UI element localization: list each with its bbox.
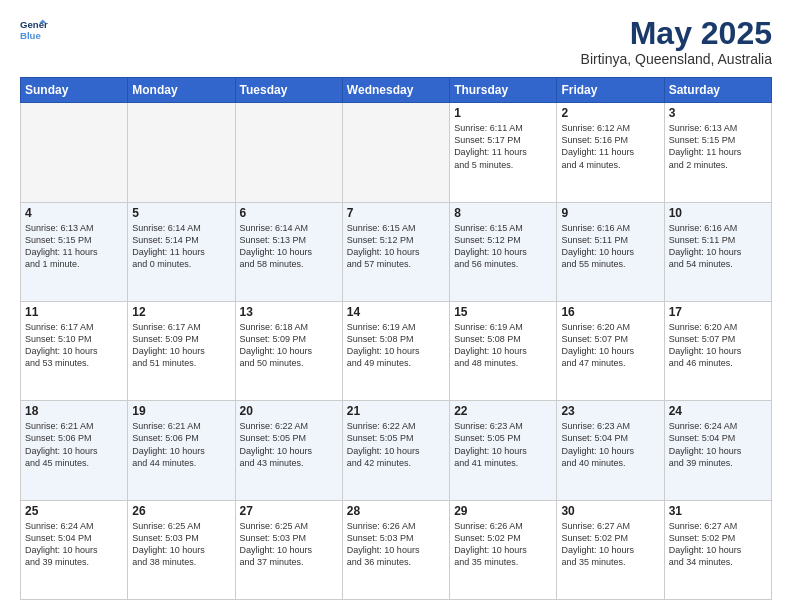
day-number: 21 xyxy=(347,404,445,418)
day-info: Sunrise: 6:27 AM Sunset: 5:02 PM Dayligh… xyxy=(561,520,659,569)
calendar-cell: 15Sunrise: 6:19 AM Sunset: 5:08 PM Dayli… xyxy=(450,301,557,400)
calendar-header-row: SundayMondayTuesdayWednesdayThursdayFrid… xyxy=(21,78,772,103)
weekday-header: Wednesday xyxy=(342,78,449,103)
day-number: 30 xyxy=(561,504,659,518)
day-info: Sunrise: 6:24 AM Sunset: 5:04 PM Dayligh… xyxy=(669,420,767,469)
calendar-cell: 2Sunrise: 6:12 AM Sunset: 5:16 PM Daylig… xyxy=(557,103,664,202)
calendar-cell xyxy=(342,103,449,202)
day-info: Sunrise: 6:22 AM Sunset: 5:05 PM Dayligh… xyxy=(240,420,338,469)
calendar-cell: 8Sunrise: 6:15 AM Sunset: 5:12 PM Daylig… xyxy=(450,202,557,301)
calendar-week-row: 18Sunrise: 6:21 AM Sunset: 5:06 PM Dayli… xyxy=(21,401,772,500)
calendar-cell: 10Sunrise: 6:16 AM Sunset: 5:11 PM Dayli… xyxy=(664,202,771,301)
weekday-header: Sunday xyxy=(21,78,128,103)
weekday-header: Friday xyxy=(557,78,664,103)
day-info: Sunrise: 6:21 AM Sunset: 5:06 PM Dayligh… xyxy=(25,420,123,469)
day-number: 9 xyxy=(561,206,659,220)
day-info: Sunrise: 6:25 AM Sunset: 5:03 PM Dayligh… xyxy=(132,520,230,569)
day-info: Sunrise: 6:19 AM Sunset: 5:08 PM Dayligh… xyxy=(347,321,445,370)
calendar-week-row: 25Sunrise: 6:24 AM Sunset: 5:04 PM Dayli… xyxy=(21,500,772,599)
day-number: 28 xyxy=(347,504,445,518)
day-info: Sunrise: 6:11 AM Sunset: 5:17 PM Dayligh… xyxy=(454,122,552,171)
weekday-header: Saturday xyxy=(664,78,771,103)
day-number: 27 xyxy=(240,504,338,518)
calendar-cell: 18Sunrise: 6:21 AM Sunset: 5:06 PM Dayli… xyxy=(21,401,128,500)
day-number: 22 xyxy=(454,404,552,418)
day-number: 17 xyxy=(669,305,767,319)
day-number: 10 xyxy=(669,206,767,220)
day-info: Sunrise: 6:17 AM Sunset: 5:10 PM Dayligh… xyxy=(25,321,123,370)
calendar-cell: 30Sunrise: 6:27 AM Sunset: 5:02 PM Dayli… xyxy=(557,500,664,599)
calendar-table: SundayMondayTuesdayWednesdayThursdayFrid… xyxy=(20,77,772,600)
day-info: Sunrise: 6:18 AM Sunset: 5:09 PM Dayligh… xyxy=(240,321,338,370)
calendar-cell: 20Sunrise: 6:22 AM Sunset: 5:05 PM Dayli… xyxy=(235,401,342,500)
calendar-page: General Blue May 2025 Birtinya, Queensla… xyxy=(0,0,792,612)
weekday-header: Thursday xyxy=(450,78,557,103)
logo-icon: General Blue xyxy=(20,16,48,44)
calendar-cell: 11Sunrise: 6:17 AM Sunset: 5:10 PM Dayli… xyxy=(21,301,128,400)
calendar-week-row: 4Sunrise: 6:13 AM Sunset: 5:15 PM Daylig… xyxy=(21,202,772,301)
day-info: Sunrise: 6:23 AM Sunset: 5:04 PM Dayligh… xyxy=(561,420,659,469)
day-info: Sunrise: 6:20 AM Sunset: 5:07 PM Dayligh… xyxy=(561,321,659,370)
day-number: 4 xyxy=(25,206,123,220)
calendar-cell: 12Sunrise: 6:17 AM Sunset: 5:09 PM Dayli… xyxy=(128,301,235,400)
day-info: Sunrise: 6:13 AM Sunset: 5:15 PM Dayligh… xyxy=(669,122,767,171)
day-number: 15 xyxy=(454,305,552,319)
calendar-week-row: 11Sunrise: 6:17 AM Sunset: 5:10 PM Dayli… xyxy=(21,301,772,400)
logo: General Blue xyxy=(20,16,48,44)
day-number: 20 xyxy=(240,404,338,418)
calendar-cell xyxy=(235,103,342,202)
calendar-cell: 28Sunrise: 6:26 AM Sunset: 5:03 PM Dayli… xyxy=(342,500,449,599)
day-info: Sunrise: 6:26 AM Sunset: 5:02 PM Dayligh… xyxy=(454,520,552,569)
title-block: May 2025 Birtinya, Queensland, Australia xyxy=(581,16,772,67)
day-info: Sunrise: 6:19 AM Sunset: 5:08 PM Dayligh… xyxy=(454,321,552,370)
day-number: 25 xyxy=(25,504,123,518)
day-info: Sunrise: 6:14 AM Sunset: 5:14 PM Dayligh… xyxy=(132,222,230,271)
day-info: Sunrise: 6:16 AM Sunset: 5:11 PM Dayligh… xyxy=(561,222,659,271)
calendar-cell: 14Sunrise: 6:19 AM Sunset: 5:08 PM Dayli… xyxy=(342,301,449,400)
day-number: 5 xyxy=(132,206,230,220)
calendar-cell: 24Sunrise: 6:24 AM Sunset: 5:04 PM Dayli… xyxy=(664,401,771,500)
day-number: 6 xyxy=(240,206,338,220)
day-info: Sunrise: 6:16 AM Sunset: 5:11 PM Dayligh… xyxy=(669,222,767,271)
day-info: Sunrise: 6:13 AM Sunset: 5:15 PM Dayligh… xyxy=(25,222,123,271)
day-info: Sunrise: 6:15 AM Sunset: 5:12 PM Dayligh… xyxy=(347,222,445,271)
calendar-cell xyxy=(21,103,128,202)
calendar-cell: 5Sunrise: 6:14 AM Sunset: 5:14 PM Daylig… xyxy=(128,202,235,301)
calendar-cell: 21Sunrise: 6:22 AM Sunset: 5:05 PM Dayli… xyxy=(342,401,449,500)
day-info: Sunrise: 6:15 AM Sunset: 5:12 PM Dayligh… xyxy=(454,222,552,271)
calendar-cell: 6Sunrise: 6:14 AM Sunset: 5:13 PM Daylig… xyxy=(235,202,342,301)
calendar-cell: 26Sunrise: 6:25 AM Sunset: 5:03 PM Dayli… xyxy=(128,500,235,599)
calendar-cell: 7Sunrise: 6:15 AM Sunset: 5:12 PM Daylig… xyxy=(342,202,449,301)
weekday-header: Monday xyxy=(128,78,235,103)
day-number: 11 xyxy=(25,305,123,319)
day-info: Sunrise: 6:26 AM Sunset: 5:03 PM Dayligh… xyxy=(347,520,445,569)
calendar-cell: 23Sunrise: 6:23 AM Sunset: 5:04 PM Dayli… xyxy=(557,401,664,500)
calendar-cell: 9Sunrise: 6:16 AM Sunset: 5:11 PM Daylig… xyxy=(557,202,664,301)
day-number: 31 xyxy=(669,504,767,518)
svg-text:Blue: Blue xyxy=(20,30,41,41)
day-number: 19 xyxy=(132,404,230,418)
month-title: May 2025 xyxy=(581,16,772,51)
day-number: 2 xyxy=(561,106,659,120)
day-number: 8 xyxy=(454,206,552,220)
calendar-cell: 27Sunrise: 6:25 AM Sunset: 5:03 PM Dayli… xyxy=(235,500,342,599)
calendar-cell: 29Sunrise: 6:26 AM Sunset: 5:02 PM Dayli… xyxy=(450,500,557,599)
day-info: Sunrise: 6:21 AM Sunset: 5:06 PM Dayligh… xyxy=(132,420,230,469)
day-number: 12 xyxy=(132,305,230,319)
calendar-cell: 22Sunrise: 6:23 AM Sunset: 5:05 PM Dayli… xyxy=(450,401,557,500)
calendar-cell: 19Sunrise: 6:21 AM Sunset: 5:06 PM Dayli… xyxy=(128,401,235,500)
day-info: Sunrise: 6:17 AM Sunset: 5:09 PM Dayligh… xyxy=(132,321,230,370)
day-info: Sunrise: 6:22 AM Sunset: 5:05 PM Dayligh… xyxy=(347,420,445,469)
weekday-header: Tuesday xyxy=(235,78,342,103)
day-number: 23 xyxy=(561,404,659,418)
calendar-cell: 16Sunrise: 6:20 AM Sunset: 5:07 PM Dayli… xyxy=(557,301,664,400)
calendar-cell xyxy=(128,103,235,202)
day-info: Sunrise: 6:14 AM Sunset: 5:13 PM Dayligh… xyxy=(240,222,338,271)
day-number: 24 xyxy=(669,404,767,418)
day-number: 18 xyxy=(25,404,123,418)
day-number: 14 xyxy=(347,305,445,319)
day-info: Sunrise: 6:23 AM Sunset: 5:05 PM Dayligh… xyxy=(454,420,552,469)
calendar-cell: 13Sunrise: 6:18 AM Sunset: 5:09 PM Dayli… xyxy=(235,301,342,400)
page-header: General Blue May 2025 Birtinya, Queensla… xyxy=(20,16,772,67)
day-number: 7 xyxy=(347,206,445,220)
